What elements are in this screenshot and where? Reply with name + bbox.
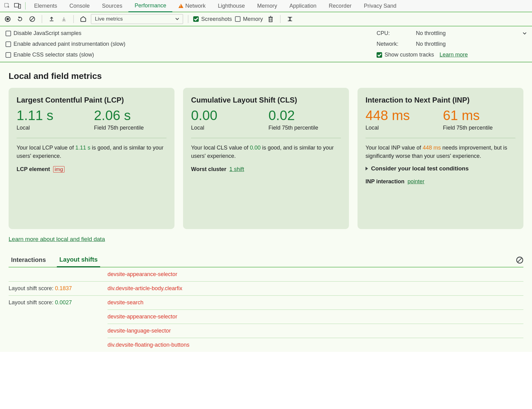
tab-sources[interactable]: Sources [96,0,128,12]
cls-title: Cumulative Layout Shift (CLS) [191,96,341,104]
cls-description: Your local CLS value of 0.00 is good, an… [191,144,341,160]
memory-checkbox[interactable]: Memory [235,16,263,22]
shift-score: 0.1837 [55,285,72,291]
lcp-description: Your local LCP value of 1.11 s is good, … [17,144,166,160]
checkbox-icon [6,31,11,36]
cls-card: Cumulative Layout Shift (CLS) 0.00 Local… [183,88,349,229]
lcp-local-label: Local [17,125,89,131]
gc-icon[interactable] [266,14,275,24]
inp-local-label: Local [366,125,438,131]
tab-memory[interactable]: Memory [251,0,283,12]
separator [42,15,42,23]
separator [25,2,25,10]
warning-icon [178,4,183,8]
custom-tracks-learn-more-link[interactable]: Learn more [440,52,468,58]
lcp-field-value: 2.06 s [94,109,166,122]
lcp-field-label: Field 75th percentile [94,125,166,131]
network-throttling-select[interactable]: No throttling [416,41,526,47]
cls-local-label: Local [191,125,264,131]
separator [188,15,188,23]
list-item: Layout shift score: 0.0027 devsite-searc… [9,296,523,352]
section-title: Local and field metrics [9,71,523,81]
cls-worst-link[interactable]: 1 shift [229,166,244,172]
shift-node-link[interactable]: devsite-appearance-selector [108,310,523,324]
shift-node-link[interactable]: div.devsite-article-body.clearfix [108,285,523,292]
log-tabs: Interactions Layout shifts [9,256,523,267]
tab-elements[interactable]: Elements [28,0,63,12]
lcp-local-value: 1.11 s [17,109,89,122]
disable-js-samples-checkbox[interactable]: Disable JavaScript samples [6,30,125,37]
upload-icon[interactable] [47,14,56,24]
checkbox-icon [235,16,241,22]
shortcuts-icon[interactable] [285,14,295,24]
checkbox-icon [6,41,11,47]
chevron-down-icon [523,32,526,35]
download-icon[interactable] [59,14,68,24]
lcp-card: Largest Contentful Paint (LCP) 1.11 s Lo… [9,88,174,229]
cpu-label: CPU: [377,30,410,37]
chevron-down-icon [175,18,179,20]
divider [17,138,166,138]
advanced-paint-checkbox[interactable]: Enable advanced paint instrumentation (s… [6,41,125,47]
tab-recorder[interactable]: Recorder [323,0,358,12]
metrics-mode-select[interactable]: Live metrics [91,14,183,24]
screenshots-checkbox[interactable]: Screenshots [193,16,232,22]
shift-node-link[interactable]: devsite-language-selector [108,324,523,338]
inp-title: Interaction to Next Paint (INP) [366,96,515,104]
checkbox-icon [377,52,382,58]
tab-network[interactable]: Network [172,0,212,12]
inspect-element-icon[interactable] [2,1,12,11]
cpu-throttling-select[interactable]: No throttling [416,30,526,37]
history-icon[interactable] [79,14,88,24]
cls-worst-row: Worst cluster 1 shift [191,165,341,173]
performance-toolbar: Live metrics Screenshots Memory [0,12,532,26]
device-toolbar-icon[interactable] [12,1,23,11]
network-label: Network: [377,41,410,47]
inp-interaction-row: INP interaction pointer [366,177,515,186]
tab-interactions[interactable]: Interactions [9,256,48,267]
svg-point-4 [6,18,9,20]
divider [191,138,341,138]
learn-more-link[interactable]: Learn more about local and field data [9,236,105,242]
tab-lighthouse[interactable]: Lighthouse [212,0,251,12]
reload-icon[interactable] [15,14,25,24]
divider [366,138,515,138]
list-item: devsite-appearance-selector [9,267,523,282]
css-selector-stats-checkbox[interactable]: Enable CSS selector stats (slow) [6,52,125,58]
tab-application[interactable]: Application [283,0,323,12]
tab-performance[interactable]: Performance [128,0,172,12]
checkbox-icon [6,52,11,58]
lcp-title: Largest Contentful Paint (LCP) [17,96,166,104]
list-item: Layout shift score: 0.1837 div.devsite-a… [9,282,523,296]
svg-rect-8 [269,18,272,22]
performance-settings: Disable JavaScript samples Enable advanc… [0,26,532,62]
tab-console[interactable]: Console [63,0,96,12]
layout-shift-list: devsite-appearance-selector Layout shift… [9,267,523,352]
tab-layout-shifts[interactable]: Layout shifts [57,256,100,267]
shift-score: 0.0027 [55,299,72,306]
inp-field-value: 61 ms [443,109,515,122]
clear-icon[interactable] [28,14,37,24]
lcp-element-row: LCP element img [17,165,166,173]
cls-local-value: 0.00 [191,109,264,122]
shift-node-link[interactable]: devsite-search [108,299,523,310]
devtools-tab-strip: Elements Console Sources Performance Net… [0,0,532,12]
inp-field-label: Field 75th percentile [443,125,515,131]
svg-line-16 [518,258,522,262]
lcp-element-link[interactable]: img [53,166,65,173]
clear-log-icon[interactable] [516,256,523,267]
checkbox-icon [193,16,199,22]
inp-expand-conditions[interactable]: Consider your local test conditions [366,165,515,172]
shift-node-link[interactable]: devsite-appearance-selector [108,271,523,278]
live-metrics-panel: Local and field metrics Largest Contentf… [0,62,532,352]
shift-node-link[interactable]: div.devsite-floating-action-buttons [108,338,523,348]
chevron-right-icon [366,167,368,170]
record-icon[interactable] [3,14,12,24]
inp-local-value: 448 ms [366,109,438,122]
inp-interaction-link[interactable]: pointer [408,178,424,185]
separator [73,15,74,23]
svg-rect-1 [14,3,19,7]
custom-tracks-checkbox[interactable]: Show custom tracks [377,52,434,58]
tab-privacy-sandbox[interactable]: Privacy Sand [358,0,402,12]
inp-card: Interaction to Next Paint (INP) 448 ms L… [358,88,523,229]
